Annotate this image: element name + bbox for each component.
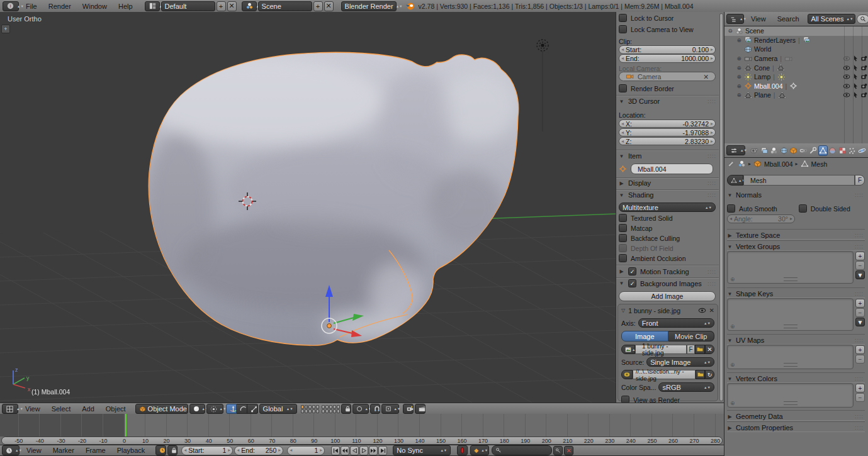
layer-cell[interactable]: [337, 409, 340, 413]
panel-shape-keys[interactable]: ▼Shape Keys::::: [727, 287, 865, 298]
tab-modifiers[interactable]: [808, 145, 818, 156]
image-name-field[interactable]: 1 bunny - side.jpg: [635, 345, 687, 354]
remove-vertex-group-button[interactable]: −: [855, 261, 865, 270]
snap-element-select[interactable]: ▲▼: [381, 404, 399, 414]
pin-icon[interactable]: [727, 160, 735, 168]
snap-toggle-button[interactable]: [370, 404, 380, 414]
viewport-shading-select[interactable]: ▲▼: [189, 404, 205, 414]
shading-option-checkbox[interactable]: [619, 234, 627, 242]
lock-layers-button[interactable]: [341, 404, 351, 414]
rotate-manipulator-button[interactable]: [237, 404, 247, 414]
view-as-render-checkbox[interactable]: [621, 396, 629, 403]
expander-icon[interactable]: ⊕: [736, 83, 742, 89]
cursor-z-field[interactable]: ◂Z:2.83230▸: [619, 137, 716, 145]
lamp-object-indicator[interactable]: [537, 40, 548, 131]
transform-orientation-select[interactable]: Global▲▼: [259, 404, 297, 414]
expander-icon[interactable]: ⊕: [736, 74, 742, 80]
outliner-row-scene[interactable]: ⊖Scene: [724, 26, 868, 36]
mesh-name-field[interactable]: Mesh: [743, 175, 855, 186]
fake-user-button[interactable]: F: [687, 345, 695, 354]
expander-icon[interactable]: ⊖: [727, 28, 733, 34]
cursor-y-field[interactable]: ◂Y:-1.97088▸: [619, 128, 716, 136]
layer-cell[interactable]: [322, 405, 325, 409]
add-layout-button[interactable]: +: [217, 1, 226, 11]
shape-key-specials-button[interactable]: ▼: [855, 318, 865, 326]
layer-cell[interactable]: [325, 409, 329, 413]
menu-object[interactable]: Object: [100, 405, 132, 413]
unlink-image-icon[interactable]: ✕: [705, 345, 714, 354]
vertex-groups-list[interactable]: ⊕: [727, 251, 854, 284]
menu-frame[interactable]: Frame: [80, 447, 111, 454]
layer-cell[interactable]: [337, 405, 340, 409]
menu-file[interactable]: File: [20, 3, 43, 10]
colorspace-select[interactable]: sRGB▲▼: [658, 382, 714, 392]
translate-manipulator-button[interactable]: [226, 404, 237, 414]
editor-type-timeline-button[interactable]: ▲▼: [2, 445, 20, 455]
outliner-filter-select[interactable]: All Scenes▲▼: [808, 14, 855, 24]
remove-vertex-color-button[interactable]: −: [855, 393, 865, 402]
outliner-row-lamp[interactable]: ⊕Lamp|: [724, 72, 868, 82]
panel-uv-maps[interactable]: ▼UV Maps::::: [727, 334, 865, 344]
layer-cell[interactable]: [316, 409, 319, 413]
layer-cell[interactable]: [308, 409, 312, 413]
layer-cell[interactable]: [329, 405, 332, 409]
shading-option-row[interactable]: Matcap: [619, 224, 713, 232]
shading-option-checkbox[interactable]: [619, 244, 627, 252]
breadcrumb-data[interactable]: Mesh: [811, 160, 828, 168]
layer-cell[interactable]: [333, 405, 336, 409]
jump-to-end-button[interactable]: [378, 446, 387, 455]
movie-clip-toggle-button[interactable]: Movie Clip: [668, 331, 715, 342]
lock-time-button[interactable]: [167, 445, 178, 455]
menu-view[interactable]: View: [20, 405, 46, 413]
filepath-icon-button[interactable]: [621, 370, 633, 379]
tab-render[interactable]: [750, 145, 759, 156]
menu-help[interactable]: Help: [113, 3, 138, 10]
motion-tracking-checkbox[interactable]: ✓: [628, 267, 636, 275]
current-frame-line[interactable]: [125, 414, 127, 437]
shading-option-checkbox[interactable]: [619, 254, 627, 262]
panel-motion-tracking[interactable]: ▶✓ Motion Tracking::::: [619, 267, 718, 275]
tab-particles[interactable]: [847, 145, 857, 156]
breadcrumb-object[interactable]: Mball.004: [764, 160, 793, 168]
open-file-button[interactable]: [695, 345, 705, 354]
expander-icon[interactable]: ⊕: [736, 65, 742, 71]
panel-geometry-data[interactable]: ▶Geometry Data::::: [727, 410, 865, 420]
menu-render[interactable]: Render: [43, 3, 77, 10]
auto-keyframe-record-button[interactable]: [457, 445, 468, 455]
render-border-row[interactable]: Render Border: [619, 84, 713, 92]
cursor-x-field[interactable]: ◂X:-0.32742▸: [619, 120, 716, 128]
clip-start-field[interactable]: ◂Start:0.100▸: [619, 45, 716, 54]
shading-option-row[interactable]: Backface Culling: [619, 234, 713, 242]
scene-name-field[interactable]: Scene: [258, 1, 312, 11]
menu-add[interactable]: Add: [76, 405, 100, 413]
tab-material[interactable]: [828, 145, 837, 156]
timeline-ruler[interactable]: -50-40-30-20-100102030405060708090100110…: [1, 437, 723, 445]
filepath-field[interactable]: //..\..\Section...ny - side.jpg: [633, 370, 696, 379]
outliner-row-world[interactable]: World: [724, 45, 868, 54]
restrict-render-icon[interactable]: [860, 55, 868, 62]
outliner-row-plane[interactable]: ⊕Plane|: [724, 91, 868, 100]
auto-smooth-row[interactable]: Auto Smooth Double Sided: [727, 204, 865, 213]
shading-option-row[interactable]: Ambient Occlusion: [619, 254, 713, 262]
editor-type-properties-button[interactable]: ▲▼: [726, 145, 745, 155]
expander-icon[interactable]: ⊕: [736, 37, 742, 43]
insert-keyframe-button[interactable]: [553, 446, 563, 455]
auto-smooth-angle-field[interactable]: ◂Angle:30°▸: [727, 214, 795, 223]
menu-search[interactable]: Search: [772, 15, 805, 23]
background-images-checkbox[interactable]: ✓: [628, 279, 636, 287]
shading-option-row[interactable]: Depth Of Field: [619, 244, 713, 252]
opengl-render-anim-button[interactable]: [415, 404, 426, 414]
layer-cell[interactable]: [316, 405, 319, 409]
layer-cell[interactable]: [301, 409, 304, 413]
eye-icon[interactable]: [698, 306, 706, 314]
add-scene-button[interactable]: +: [313, 1, 323, 11]
panel-vertex-colors[interactable]: ▼Vertex Colors::::: [727, 372, 865, 382]
shading-mode-select[interactable]: Multitexture▲▼: [619, 203, 716, 212]
menu-window[interactable]: Window: [77, 3, 113, 10]
layer-cell[interactable]: [312, 405, 315, 409]
menu-view[interactable]: View: [745, 15, 772, 23]
clear-camera-icon[interactable]: ✕: [703, 73, 709, 81]
sync-mode-select[interactable]: No Sync▲▼: [393, 445, 451, 455]
tab-constraints[interactable]: [799, 145, 808, 156]
tab-object[interactable]: [789, 145, 798, 156]
